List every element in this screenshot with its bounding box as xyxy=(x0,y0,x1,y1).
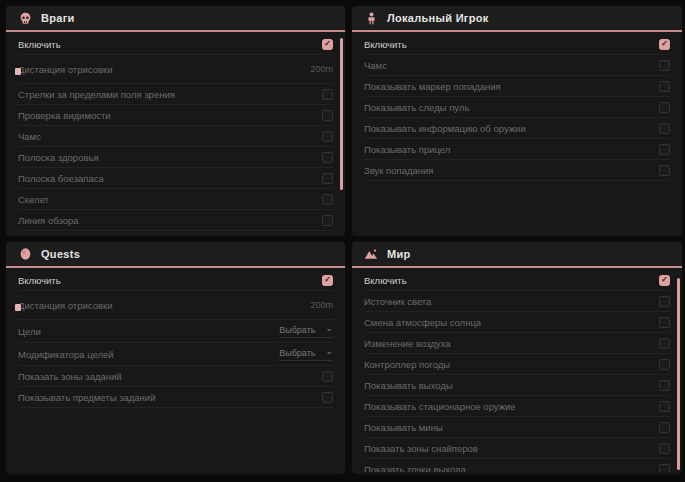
setting-label: Включить xyxy=(18,39,61,50)
setting-row: Дистанция отрисовки200m xyxy=(18,291,333,320)
checkbox[interactable] xyxy=(322,131,333,142)
checkbox[interactable] xyxy=(659,338,670,349)
panel-world-content: Включить✓Источник светаСмена атмосферы с… xyxy=(352,268,682,472)
setting-row: Показывать следы пуль xyxy=(364,97,670,118)
checkbox[interactable] xyxy=(659,60,670,71)
checkbox[interactable] xyxy=(659,102,670,113)
checkbox[interactable] xyxy=(322,152,333,163)
setting-label: Показывать стационарное оружие xyxy=(364,401,516,412)
panel-local-player: Локальный Игрок Включить✓ЧамсПоказывать … xyxy=(352,6,682,236)
panel-title: Локальный Игрок xyxy=(387,12,489,24)
checkbox[interactable] xyxy=(322,194,333,205)
checkbox[interactable] xyxy=(659,359,670,370)
checkbox[interactable] xyxy=(659,464,670,473)
checkbox[interactable] xyxy=(659,380,670,391)
setting-label: Источник света xyxy=(364,296,431,307)
setting-row: Дистанция отрисовки200m xyxy=(18,55,333,84)
checkbox[interactable] xyxy=(322,173,333,184)
checkbox[interactable] xyxy=(659,296,670,307)
mod-menu: Враги Включить✓Дистанция отрисовки200mСт… xyxy=(0,0,685,482)
setting-row: Показывать мины xyxy=(364,417,670,438)
setting-row: Смена атмосферы солнца xyxy=(364,312,670,333)
setting-label: Показывать выходы xyxy=(364,380,453,391)
setting-row: Чамс xyxy=(18,126,333,147)
setting-label: Включить xyxy=(364,39,407,50)
slider-value: 200m xyxy=(310,64,333,74)
checkbox[interactable] xyxy=(659,443,670,454)
checkbox[interactable] xyxy=(322,392,333,403)
setting-label: Показать зоны снайперов xyxy=(364,443,478,454)
setting-label: Показать зоны заданий xyxy=(18,371,122,382)
setting-label: Показывать информацию об оружии xyxy=(364,123,526,134)
checkbox[interactable] xyxy=(322,215,333,226)
setting-row: Изменение воздуха xyxy=(364,333,670,354)
chevron-down-icon: ⌄ xyxy=(325,347,333,356)
chevron-down-icon: ⌄ xyxy=(325,324,333,333)
panel-title: Quests xyxy=(41,248,80,260)
checkbox[interactable] xyxy=(659,317,670,328)
setting-row: Полоска боезапаса xyxy=(18,168,333,189)
setting-row: Контроллер погоды xyxy=(364,354,670,375)
setting-label: Показывать следы пуль xyxy=(364,102,469,113)
setting-row: ЦелиВыбрать⌄ xyxy=(18,320,333,343)
dropdown[interactable]: Выбрать⌄ xyxy=(279,348,333,361)
slider-handle[interactable] xyxy=(15,304,21,311)
setting-row: Источник света xyxy=(364,291,670,312)
setting-label: Смена атмосферы солнца xyxy=(364,317,481,328)
setting-row: Показывать следы пуль xyxy=(18,231,333,234)
checkbox[interactable] xyxy=(322,371,333,382)
setting-label: Показывать маркер попадания xyxy=(364,81,501,92)
setting-row: Модификатора целейВыбрать⌄ xyxy=(18,343,333,366)
setting-label: Полоска здоровья xyxy=(18,152,99,163)
checkbox[interactable] xyxy=(659,81,670,92)
setting-row: Показывать стационарное оружие xyxy=(364,396,670,417)
panel-quests: Quests Включить✓Дистанция отрисовки200mЦ… xyxy=(6,242,345,474)
panel-quests-content: Включить✓Дистанция отрисовки200mЦелиВыбр… xyxy=(6,268,345,472)
setting-label: Линия обзора xyxy=(18,215,79,226)
setting-row: Скелет xyxy=(18,189,333,210)
setting-row: Показывать предметы заданий xyxy=(18,387,333,408)
setting-row: Показывать прицел xyxy=(364,139,670,160)
setting-label: Показать точки выхода xyxy=(364,464,466,473)
panel-enemies-content: Включить✓Дистанция отрисовки200mСтрелки … xyxy=(6,32,345,234)
checkbox[interactable]: ✓ xyxy=(659,39,670,50)
setting-label: Полоска боезапаса xyxy=(18,173,104,184)
dropdown[interactable]: Выбрать⌄ xyxy=(279,325,333,338)
setting-row: Включить✓ xyxy=(18,270,333,291)
person-icon xyxy=(364,11,378,25)
panel-quests-header: Quests xyxy=(6,242,345,268)
panel-local-player-header: Локальный Игрок xyxy=(352,6,682,32)
setting-label: Включить xyxy=(18,275,61,286)
setting-row: Включить✓ xyxy=(364,270,670,291)
setting-row: Линия обзора xyxy=(18,210,333,231)
checkbox[interactable] xyxy=(659,165,670,176)
scrollbar[interactable] xyxy=(340,38,343,190)
slider-handle[interactable] xyxy=(15,68,21,75)
checkbox[interactable]: ✓ xyxy=(322,39,333,50)
setting-label: Включить xyxy=(364,275,407,286)
setting-row: Показать точки выхода xyxy=(364,459,670,472)
panel-title: Мир xyxy=(387,248,411,260)
setting-label: Цели xyxy=(18,326,41,337)
setting-label: Контроллер погоды xyxy=(364,359,450,370)
checkbox[interactable] xyxy=(659,144,670,155)
checkbox[interactable]: ✓ xyxy=(322,275,333,286)
scrollbar[interactable] xyxy=(677,278,680,470)
setting-row: Стрелки за пределами поля зрения xyxy=(18,84,333,105)
setting-label: Показывать предметы заданий xyxy=(18,392,155,403)
dropdown-value: Выбрать xyxy=(279,325,315,335)
checkbox[interactable] xyxy=(659,401,670,412)
dropdown-value: Выбрать xyxy=(279,348,315,358)
setting-label: Скелет xyxy=(18,194,49,205)
slider-value: 200m xyxy=(310,300,333,310)
panel-world: Мир Включить✓Источник светаСмена атмосфе… xyxy=(352,242,682,474)
checkbox[interactable] xyxy=(659,422,670,433)
checkbox[interactable] xyxy=(322,110,333,121)
setting-label: Показывать прицел xyxy=(364,144,450,155)
checkbox[interactable] xyxy=(659,123,670,134)
setting-label: Изменение воздуха xyxy=(364,338,451,349)
setting-row: Чамс xyxy=(364,55,670,76)
setting-row: Показать зоны заданий xyxy=(18,366,333,387)
checkbox[interactable]: ✓ xyxy=(659,275,670,286)
checkbox[interactable] xyxy=(322,89,333,100)
